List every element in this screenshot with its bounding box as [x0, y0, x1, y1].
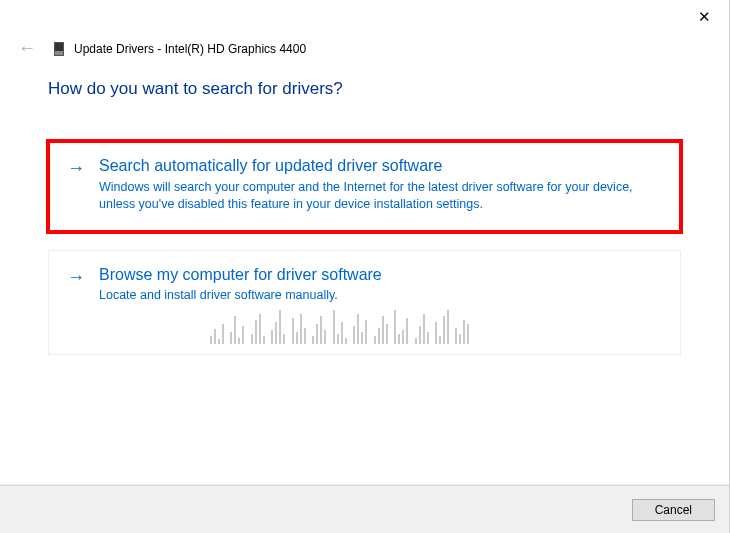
footer: Cancel: [0, 485, 729, 533]
header: ← Update Drivers - Intel(R) HD Graphics …: [0, 0, 729, 59]
window-title: Update Drivers - Intel(R) HD Graphics 44…: [74, 42, 306, 56]
option-browse-computer[interactable]: → Browse my computer for driver software…: [48, 250, 681, 356]
option-description: Windows will search your computer and th…: [99, 179, 662, 213]
option-description: Locate and install driver software manua…: [99, 287, 662, 304]
main-content: How do you want to search for drivers? →…: [0, 59, 729, 355]
option-title: Browse my computer for driver software: [99, 265, 662, 286]
visual-artifact: [209, 310, 489, 348]
arrow-right-icon: →: [67, 267, 85, 289]
cancel-button[interactable]: Cancel: [632, 499, 715, 521]
option-search-automatically[interactable]: → Search automatically for updated drive…: [48, 141, 681, 232]
option-text: Browse my computer for driver software L…: [99, 265, 662, 305]
option-text: Search automatically for updated driver …: [99, 156, 662, 213]
back-arrow-icon: ←: [10, 38, 44, 59]
close-button[interactable]: ✕: [690, 4, 719, 30]
option-title: Search automatically for updated driver …: [99, 156, 662, 177]
main-question: How do you want to search for drivers?: [48, 79, 681, 99]
arrow-right-icon: →: [67, 158, 85, 180]
device-icon: [54, 42, 64, 56]
